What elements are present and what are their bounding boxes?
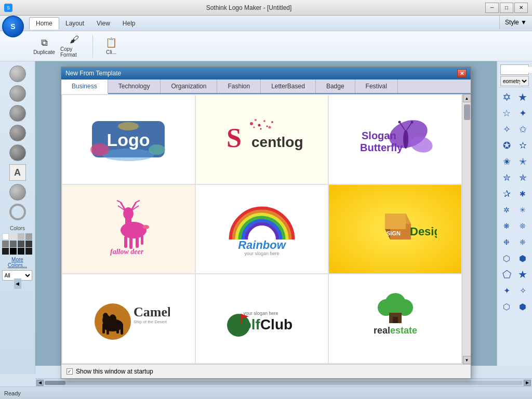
svg-rect-38 <box>141 235 143 245</box>
style-button[interactable]: Style ▼ <box>499 16 532 29</box>
shape-6point-star[interactable]: ✡ <box>499 90 514 104</box>
shape-star8[interactable]: ✭ <box>515 154 530 169</box>
scroll-down-button[interactable]: ▼ <box>463 356 471 364</box>
shape-asterisk3[interactable]: ✳ <box>515 203 530 217</box>
duplicate-button[interactable]: ⧉ Duplicate <box>30 32 58 60</box>
logo-cell-scentlogo[interactable]: S centlogo <box>195 95 329 184</box>
shape-pentagon[interactable]: ⬠ <box>499 267 514 282</box>
color-gray5[interactable] <box>25 241 32 247</box>
logo-cell-logo[interactable]: Logo <box>62 95 195 184</box>
tool-circle-4[interactable] <box>9 125 26 141</box>
clipboard-icon: 📋 <box>105 37 117 48</box>
shape-hexagon3[interactable]: ⬡ <box>499 299 514 314</box>
shape-star-outline[interactable]: ☆ <box>499 106 514 121</box>
color-black[interactable] <box>10 248 17 255</box>
shape-star11[interactable]: ✰ <box>499 187 514 201</box>
shape-hexagon2[interactable]: ⬢ <box>515 251 530 265</box>
shape-star10[interactable]: ✯ <box>515 170 530 185</box>
search-input[interactable] <box>501 67 532 73</box>
color-darkgray[interactable] <box>25 248 32 255</box>
shape-star12[interactable]: ★ <box>515 267 530 282</box>
tool-ring[interactable] <box>9 204 26 220</box>
shape-hexagon4[interactable]: ⬢ <box>515 299 530 314</box>
color-gray6[interactable] <box>2 248 9 255</box>
logo-cell-butterfly[interactable]: Slogan Butterfly <box>328 95 462 184</box>
restore-button[interactable]: □ <box>500 3 513 13</box>
logo-svg-signdesign: SIGN Design <box>354 198 437 260</box>
shape-hexagon1[interactable]: ⬡ <box>499 251 514 265</box>
menu-home[interactable]: Home <box>29 17 59 30</box>
close-button[interactable]: ✕ <box>514 3 528 13</box>
startup-checkbox[interactable] <box>66 368 73 375</box>
search-field: 🔍 <box>500 64 529 75</box>
h-scroll-thumb[interactable] <box>45 381 65 385</box>
shape-star7[interactable]: ✬ <box>499 154 514 169</box>
shape-star6[interactable]: ✫ <box>515 138 530 153</box>
shape-snowflake4[interactable]: ❈ <box>515 235 530 249</box>
color-lightgray[interactable] <box>10 233 17 240</box>
color-white[interactable] <box>2 233 9 240</box>
shape-snowflake3[interactable]: ❉ <box>499 235 514 249</box>
shape-snowflake1[interactable]: ❋ <box>499 219 514 233</box>
tab-letterbased[interactable]: LetterBased <box>261 79 316 93</box>
window-controls: ─ □ ✕ <box>485 3 528 13</box>
logo-cell-rainbow[interactable]: Rainbow your slogan here <box>195 184 329 274</box>
shape-star2[interactable]: ✦ <box>515 106 530 121</box>
scroll-handle[interactable] <box>464 104 470 120</box>
minimize-button[interactable]: ─ <box>485 3 499 13</box>
shape-star9[interactable]: ✮ <box>499 170 514 185</box>
scroll-right-button[interactable]: ▶ <box>524 380 531 386</box>
logo-cell-realestate[interactable]: realestate <box>328 274 462 364</box>
shape-star14[interactable]: ✧ <box>515 283 530 298</box>
color-silver[interactable] <box>18 233 24 240</box>
svg-text:Butterfly: Butterfly <box>360 142 403 153</box>
tool-circle-5[interactable] <box>9 144 26 161</box>
tab-business[interactable]: Business <box>61 79 108 94</box>
title-bar-left: S <box>4 4 12 12</box>
toolbar: ⧉ Duplicate 🖌 Copy Format 📋 Cli... <box>0 31 532 61</box>
shape-snowflake2[interactable]: ❊ <box>515 219 530 233</box>
shape-asterisk1[interactable]: ✱ <box>515 187 530 201</box>
tab-technology[interactable]: Technology <box>108 79 161 93</box>
shape-star3[interactable]: ✧ <box>499 122 514 137</box>
shape-star-5[interactable]: ★ <box>515 90 530 104</box>
shape-star5[interactable]: ✪ <box>499 138 514 153</box>
menu-view[interactable]: View <box>90 18 116 29</box>
clipboard-button[interactable]: 📋 Cli... <box>97 32 125 60</box>
tool-circle-3[interactable] <box>9 105 26 122</box>
dialog-scrollbar: ▲ ▼ <box>462 94 471 364</box>
more-colors-link[interactable]: More Colors... <box>2 257 33 268</box>
shape-asterisk2[interactable]: ✲ <box>499 203 514 217</box>
tab-festival[interactable]: Festival <box>355 79 398 93</box>
svg-point-23 <box>410 121 413 124</box>
tab-badge[interactable]: Badge <box>316 79 355 93</box>
tool-text[interactable]: A <box>9 164 26 181</box>
color-gray1[interactable] <box>25 233 32 240</box>
tool-circle-6[interactable] <box>9 184 26 201</box>
color-gray3[interactable] <box>10 241 17 247</box>
color-gray2[interactable] <box>2 241 9 247</box>
geometry-select[interactable]: eometry Geometry <box>500 76 529 86</box>
svg-point-7 <box>250 122 253 125</box>
tool-circle-1[interactable] <box>9 65 26 82</box>
copy-format-button[interactable]: 🖌 Copy Format <box>60 32 88 60</box>
scroll-area[interactable] <box>463 102 471 356</box>
color-gray4[interactable] <box>18 241 24 247</box>
menu-help[interactable]: Help <box>116 18 142 29</box>
tool-circle-2[interactable] <box>9 85 26 102</box>
tab-fashion[interactable]: Fashion <box>217 79 261 93</box>
scroll-left-button[interactable]: ◀ <box>36 380 44 386</box>
scroll-up-button[interactable]: ▲ <box>463 94 471 102</box>
svg-text:your slogan here: your slogan here <box>243 311 278 316</box>
dialog-close-button[interactable]: ✕ <box>457 69 467 77</box>
shape-star4[interactable]: ✩ <box>515 122 530 137</box>
logo-cell-signdesign[interactable]: SIGN Design <box>328 184 462 274</box>
logo-cell-golfclub[interactable]: your slogan here GolfClub <box>195 274 329 364</box>
shape-star13[interactable]: ✦ <box>499 283 514 298</box>
menu-layout[interactable]: Layout <box>59 18 90 29</box>
color-nearblack[interactable] <box>18 248 24 255</box>
tab-organization[interactable]: Organization <box>161 79 217 93</box>
left-panel-toggle[interactable]: ◀ <box>14 278 21 289</box>
logo-cell-fallow-deer[interactable]: fallow deer <box>62 184 195 274</box>
logo-cell-camel[interactable]: Camel Ship of the Desert <box>62 274 195 364</box>
